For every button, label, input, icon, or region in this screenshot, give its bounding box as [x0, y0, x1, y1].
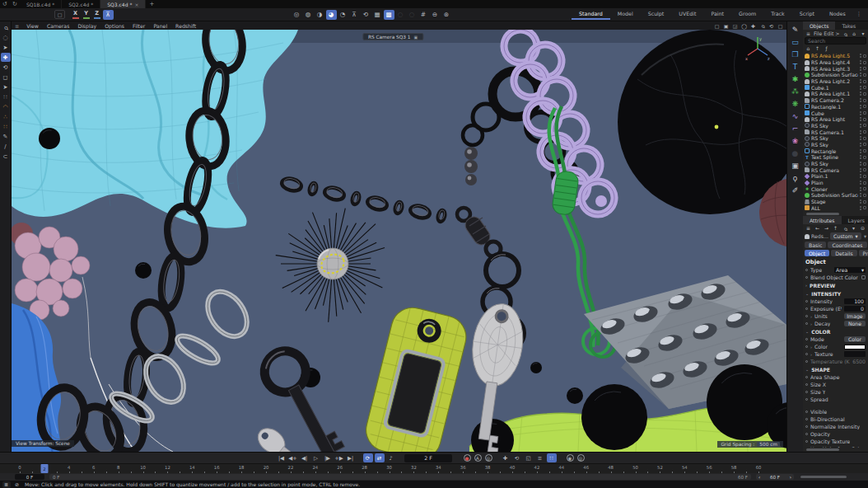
attributes-hscrollbar[interactable]: [806, 448, 839, 451]
object-row[interactable]: RS Area Light.1: [803, 91, 868, 97]
viewport-menu-options[interactable]: Options: [100, 23, 128, 29]
playhead[interactable]: 2: [40, 464, 48, 473]
sound-toggle[interactable]: ♪: [386, 453, 396, 462]
file-tab[interactable]: SQ2.c4d *: [62, 0, 100, 8]
enable-toggle[interactable]: [863, 61, 866, 64]
sculpt-pen-tool[interactable]: ✐: [789, 185, 802, 195]
modeling-axis-icon[interactable]: ⊼: [103, 10, 114, 20]
loop-toggle[interactable]: ⟳: [363, 453, 373, 462]
snap-settings-icon[interactable]: #: [418, 10, 429, 20]
spinner-left-icon[interactable]: ‹: [758, 475, 760, 480]
filter-icon[interactable]: ▾: [851, 225, 857, 232]
object-row[interactable]: RS Camera.1: [803, 129, 868, 135]
forward-icon[interactable]: →: [824, 225, 830, 232]
autokey-button[interactable]: A: [474, 454, 482, 462]
texture-mode-icon[interactable]: ◑: [315, 10, 325, 20]
visibility-dots[interactable]: [860, 181, 861, 185]
attr-section-preview[interactable]: ›PREVIEW: [803, 281, 868, 289]
axis-lock-z[interactable]: Z: [92, 10, 101, 20]
layout-menu-icon[interactable]: ≣: [2, 481, 11, 488]
object-row[interactable]: ALL: [803, 205, 868, 212]
keyframe-dot-icon[interactable]: [805, 411, 808, 413]
lock-icon[interactable]: ⊝: [860, 225, 866, 232]
visibility-dots[interactable]: [860, 168, 861, 172]
attr-button[interactable]: Image: [844, 313, 866, 319]
enable-toggle[interactable]: [863, 137, 866, 140]
object-row[interactable]: RS Area Light: [803, 116, 868, 123]
layout-tab-script[interactable]: Script: [792, 9, 822, 20]
layout-tab-model[interactable]: Model: [610, 9, 641, 20]
visibility-dots[interactable]: [860, 98, 861, 102]
viewport-menu-filter[interactable]: Filter: [128, 23, 149, 29]
enable-toggle[interactable]: [863, 175, 866, 178]
enable-toggle[interactable]: [863, 143, 866, 146]
highlight-selection-tool[interactable]: ➤: [1, 82, 11, 92]
prev-frame-button[interactable]: ◀|: [300, 453, 310, 462]
record-keyframe-button[interactable]: ●: [464, 454, 471, 462]
color-swatch[interactable]: [844, 345, 866, 350]
layout-tab-groom[interactable]: Groom: [731, 9, 763, 20]
hamburger-icon[interactable]: ≡: [805, 30, 812, 37]
visibility-dots[interactable]: [860, 67, 861, 71]
coordinate-system-icon[interactable]: ⟲: [361, 10, 371, 20]
goto-end-button[interactable]: ▶|: [346, 453, 356, 462]
attr-field[interactable]: 100: [844, 298, 866, 304]
keyframe-dot-icon[interactable]: [805, 391, 808, 393]
object-row[interactable]: Rectangle: [803, 148, 868, 154]
object-row[interactable]: RS Sky: [803, 123, 868, 129]
visibility-dots[interactable]: [860, 117, 861, 121]
layout-tab-track[interactable]: Track: [763, 9, 791, 20]
spline-wrap-tool[interactable]: ⌐: [789, 123, 802, 134]
object-search-input[interactable]: Search: [805, 37, 866, 45]
axis-lock-y[interactable]: Y: [82, 10, 91, 20]
quantize-settings-icon[interactable]: ◌: [407, 10, 418, 20]
object-row[interactable]: Subdivision Surface: [803, 192, 868, 199]
render-view-icon[interactable]: ▢: [713, 22, 721, 30]
tab-takes[interactable]: Takes: [835, 21, 862, 30]
object-row[interactable]: RS Sky: [803, 135, 868, 142]
fracture-tool[interactable]: ⁂: [789, 86, 802, 96]
enable-toggle[interactable]: [863, 168, 866, 171]
enable-toggle[interactable]: [863, 73, 866, 77]
layout-tab-sculpt[interactable]: Sculpt: [641, 9, 672, 20]
enable-toggle[interactable]: [863, 149, 866, 152]
layout-tab-uvedit[interactable]: UVEdit: [671, 9, 703, 20]
keyframe-dot-icon[interactable]: [805, 315, 808, 317]
expand-icon[interactable]: ›: [810, 321, 812, 326]
visibility-dots[interactable]: [860, 86, 861, 90]
object-row[interactable]: Stage: [803, 199, 868, 205]
object-row[interactable]: Plain: [803, 180, 868, 186]
tab-objects[interactable]: Objects: [803, 21, 835, 30]
viewport-menu-display[interactable]: Display: [73, 23, 100, 29]
play-button[interactable]: ▷: [311, 453, 321, 462]
magnet-tool[interactable]: ⊂: [1, 152, 11, 161]
workplane-icon[interactable]: ▦: [372, 10, 383, 20]
keyframe-dot-icon[interactable]: [805, 418, 808, 420]
enable-toggle[interactable]: [863, 111, 866, 115]
expand-icon[interactable]: ›: [810, 314, 812, 319]
parent-icon[interactable]: ↑: [833, 225, 839, 232]
file-tab[interactable]: SQ1B.c4d *: [20, 0, 62, 8]
enable-toggle[interactable]: [863, 187, 866, 190]
mode-dropdown[interactable]: Custom ▾: [830, 232, 861, 240]
cloner-tool[interactable]: ✱: [789, 73, 802, 84]
pan-view-icon[interactable]: ✚: [749, 22, 758, 30]
tab-layers[interactable]: Layers: [842, 216, 868, 224]
quantize-icon[interactable]: ◌: [395, 10, 406, 20]
file-tab[interactable]: SQ3.c4d *×: [100, 0, 146, 8]
rotate-tool[interactable]: ⟲: [1, 63, 11, 72]
keyframe-dot-icon[interactable]: [805, 433, 808, 435]
hamburger-icon[interactable]: ≡: [12, 23, 22, 29]
range-end-marker[interactable]: 60 F: [738, 475, 748, 480]
keyframe-dot-icon[interactable]: [805, 398, 808, 401]
attr-button[interactable]: None: [844, 321, 866, 326]
object-row[interactable]: ✱Cloner: [803, 185, 868, 192]
close-tab-icon[interactable]: ×: [134, 2, 138, 7]
undo-icon[interactable]: ↺: [0, 0, 10, 8]
viewport[interactable]: ≡ ViewCamerasDisplayOptionsFilterPanelRe…: [12, 21, 786, 452]
up-level-icon[interactable]: ↑: [814, 45, 821, 52]
attr-tab-object[interactable]: Object: [805, 250, 829, 256]
snap-toggle-icon[interactable]: ▩: [384, 10, 394, 20]
keyframe-dot-icon[interactable]: [805, 322, 808, 325]
visibility-dots[interactable]: [860, 206, 861, 210]
